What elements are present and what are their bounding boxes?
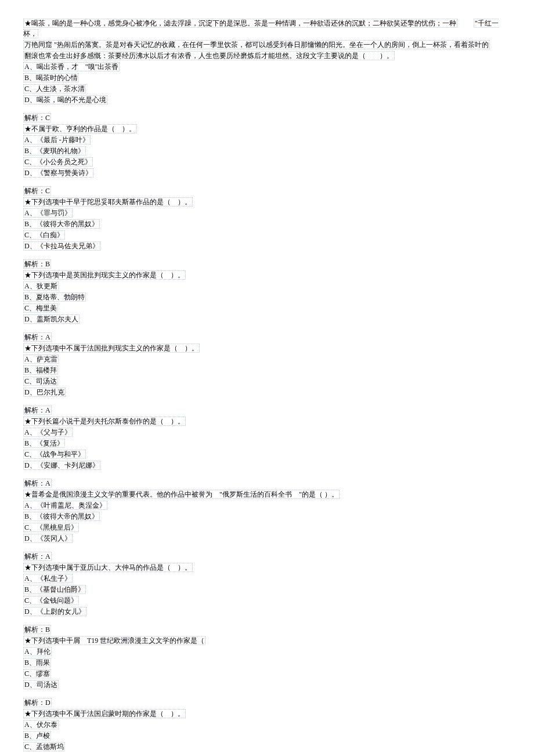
text: 解析：A bbox=[24, 333, 50, 341]
answer: 解析：B bbox=[23, 624, 511, 635]
option-b: B、喝茶时的心情 bbox=[23, 73, 511, 83]
text: C、《小公务员之死》 bbox=[24, 158, 92, 166]
option-b: B、《彼得大帝的黑奴》 bbox=[23, 511, 511, 522]
question-stem: ★下列选项中不属于法国启蒙时期的作家是（ ）。 bbox=[23, 708, 511, 719]
question-1: ★喝茶，喝的是一种心境，感觉身心被净化，滤去浮躁，沉淀下的是深思。茶是一种情调，… bbox=[23, 18, 511, 105]
text: D、喝茶，喝的不光是心境 bbox=[24, 96, 106, 104]
text: A、伏尔泰 bbox=[24, 721, 57, 729]
text: D、司汤达 bbox=[24, 681, 57, 689]
option-a: A、《私生子》 bbox=[23, 573, 511, 584]
option-a: A、《最后 -片藤叶》 bbox=[23, 135, 511, 145]
text: ★下列选项中属于亚历山大、大仲马的作品是（ ）。 bbox=[24, 563, 192, 571]
option-c: C、人生淡，茶水清 bbox=[23, 84, 511, 94]
text: A、狄更斯 bbox=[24, 282, 57, 290]
text: B、《彼得大帝的黑奴》 bbox=[24, 512, 99, 520]
question-2: ★不属于欧、亨利的作品是（ ）。 A、《最后 -片藤叶》 B、《麦琪的礼物》 C… bbox=[23, 124, 511, 178]
question-stem-line: 翻滚也常会生出好多感慨：茶要经历沸水以后才有浓香，人生也要历经磨炼后才能坦然。这… bbox=[23, 50, 511, 61]
text: C、《战争与和平》 bbox=[24, 450, 85, 458]
answer: 解析：A bbox=[23, 332, 511, 342]
text: A、《父与子》 bbox=[24, 428, 71, 436]
question-stem: ★下列选项中干屑 T19 世纪欧洲浪漫主义文学的作家是（ bbox=[23, 635, 511, 646]
option-d: D、《卡拉马佐夫兄弟》 bbox=[23, 241, 511, 251]
text: 翻滚也常会生出好多感慨：茶要经历沸水以后才有浓香，人生也要历经磨炼后才能坦然。这… bbox=[24, 52, 394, 60]
option-d: D、《茨冈人》 bbox=[23, 533, 511, 544]
option-c: C、《白痴》 bbox=[23, 230, 511, 240]
text: ★下列选项中干早于陀思妥耶夫斯基作品的是（ ）。 bbox=[24, 198, 192, 206]
option-c: C、《战争与和平》 bbox=[23, 449, 511, 460]
text: C、孟德斯坞 bbox=[24, 743, 64, 751]
text: ★喝茶，喝的是一种心境，感觉身心被净化，滤去浮躁，沉淀下的是深思。茶是一种情调，… bbox=[24, 19, 456, 27]
text: 解析：B bbox=[24, 260, 50, 268]
answer: 解析：D bbox=[23, 697, 511, 708]
text: ★下列选项中是英国批判现实主义的作家是（ ）。 bbox=[24, 271, 185, 279]
text: B、雨果 bbox=[24, 659, 50, 667]
text: B、《麦琪的礼物》 bbox=[24, 147, 85, 155]
question-stem: ★下列长篇小说干是列夫托尔斯泰创作的是（ ）。 bbox=[23, 416, 511, 426]
text: D、《上尉的女儿》 bbox=[24, 607, 85, 616]
text: ★下列长篇小说干是列夫托尔斯泰创作的是（ ）。 bbox=[24, 417, 185, 425]
answer: 解析：A bbox=[23, 405, 511, 415]
text: C、《白痴》 bbox=[24, 231, 64, 239]
text: C、梅里美 bbox=[24, 304, 57, 312]
text: A、萨克雷 bbox=[24, 355, 57, 363]
option-b: B、福楼拜 bbox=[23, 365, 511, 375]
text: B、《彼得大帝的黑奴》 bbox=[24, 220, 99, 228]
option-b: B、夏络蒂、勃朗特 bbox=[23, 292, 511, 302]
text: D、《安娜、卡列尼娜》 bbox=[24, 461, 99, 469]
option-b: B、卢梭 bbox=[23, 730, 511, 741]
text: ★下列选项中不属于法国启蒙时期的作家是（ ）。 bbox=[24, 710, 185, 718]
text: 解析：A bbox=[24, 406, 50, 414]
text: 解析：C bbox=[24, 114, 50, 122]
option-b: B、雨果 bbox=[23, 657, 511, 668]
text: A、《私生子》 bbox=[24, 574, 71, 583]
option-d: D、《警察与赞美诗》 bbox=[23, 168, 511, 178]
text: B、喝茶时的心情 bbox=[24, 74, 78, 82]
option-c: C、司汤达 bbox=[23, 376, 511, 386]
text: D、《卡拉马佐夫兄弟》 bbox=[24, 242, 99, 250]
text: 解析：A bbox=[24, 552, 50, 560]
text: B、夏络蒂、勃朗特 bbox=[24, 293, 85, 301]
text: 解析：D bbox=[24, 699, 50, 707]
text: C、司汤达 bbox=[24, 377, 57, 385]
text: A、《最后 -片藤叶》 bbox=[24, 136, 89, 144]
option-c: C、《金钱问题》 bbox=[23, 595, 511, 606]
text: C、《金钱问题》 bbox=[24, 596, 78, 605]
option-b: B、《麦琪的礼物》 bbox=[23, 146, 511, 156]
question-stem: ★下列选项中是英国批判现实主义的作家是（ ）。 bbox=[23, 270, 511, 280]
text: A、喝出茶香，才 "嗅"出茶香 bbox=[24, 63, 118, 71]
question-stem-line: ★喝茶，喝的是一种心境，感觉身心被净化，滤去浮躁，沉淀下的是深思。茶是一种情调，… bbox=[23, 18, 511, 39]
question-4: ★下列选项中是英国批判现实主义的作家是（ ）。 A、狄更斯 B、夏络蒂、勃朗特 … bbox=[23, 270, 511, 324]
text: C、缪塞 bbox=[24, 670, 50, 678]
option-b: B、《基督山伯爵》 bbox=[23, 584, 511, 595]
text: A、《叶甫盖尼、奥涅金》 bbox=[24, 501, 106, 509]
question-stem: ★普希金是俄国浪漫主义文学的重要代表。他的作品中被誉为 "俄罗斯生活的百科全书 … bbox=[23, 489, 511, 500]
question-8: ★下列选项中属于亚历山大、大仲马的作品是（ ）。 A、《私生子》 B、《基督山伯… bbox=[23, 562, 511, 617]
answer: 解析：A bbox=[23, 478, 511, 489]
option-a: A、拜伦 bbox=[23, 646, 511, 657]
option-a: A、萨克雷 bbox=[23, 354, 511, 364]
question-7: ★普希金是俄国浪漫主义文学的重要代表。他的作品中被誉为 "俄罗斯生活的百科全书 … bbox=[23, 489, 511, 544]
answer: 解析：C bbox=[23, 186, 511, 196]
answer: 解析：A bbox=[23, 551, 511, 562]
option-a: A、伏尔泰 bbox=[23, 719, 511, 730]
question-9: ★下列选项中干屑 T19 世纪欧洲浪漫主义文学的作家是（ A、拜伦 B、雨果 C… bbox=[23, 635, 511, 690]
text: C、人生淡，茶水清 bbox=[24, 85, 85, 93]
question-stem-line: 万艳同窟 "热闹后的落寞。茶是对春天记忆的收藏，在任何一季里饮茶，都可以感受到春… bbox=[23, 39, 511, 50]
option-c: C、孟德斯坞 bbox=[23, 741, 511, 752]
text: 万艳同窟 "热闹后的落寞。茶是对春天记忆的收藏，在任何一季里饮茶，都可以感受到春… bbox=[24, 41, 489, 49]
option-c: C、缪塞 bbox=[23, 668, 511, 679]
answer: 解析：C bbox=[23, 113, 511, 123]
text: 解析：C bbox=[24, 187, 50, 195]
question-stem: ★下列选项中属于亚历山大、大仲马的作品是（ ）。 bbox=[23, 562, 511, 573]
text: C、《黑桃皇后》 bbox=[24, 523, 78, 531]
text: D、《茨冈人》 bbox=[24, 534, 71, 542]
text: 解析：B bbox=[24, 625, 50, 634]
option-d: D、巴尔扎克 bbox=[23, 387, 511, 397]
text: B、《基督山伯爵》 bbox=[24, 585, 85, 594]
option-d: D、《安娜、卡列尼娜》 bbox=[23, 460, 511, 471]
option-d: D、盖斯凯尔夫人 bbox=[23, 314, 511, 324]
text: B、福楼拜 bbox=[24, 366, 57, 374]
text: ★下列选项中干屑 T19 世纪欧洲浪漫主义文学的作家是（ bbox=[24, 636, 204, 645]
question-5: ★下列选项中不属于法国批判现实主义的作家是（ ）。 A、萨克雷 B、福楼拜 C、… bbox=[23, 343, 511, 397]
option-b: B、《复活》 bbox=[23, 438, 511, 448]
